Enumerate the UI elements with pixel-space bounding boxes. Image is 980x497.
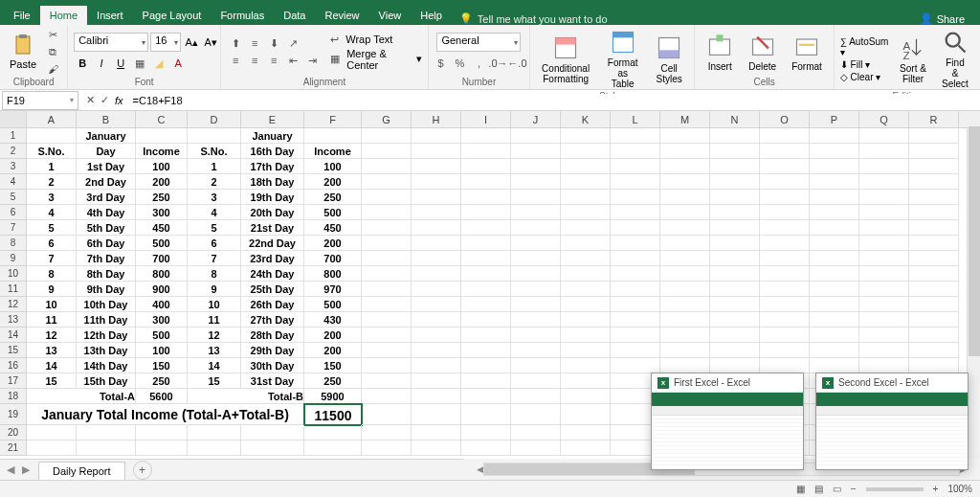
- cell[interactable]: [859, 205, 909, 220]
- row-header[interactable]: 17: [0, 373, 27, 389]
- cell[interactable]: 11: [27, 312, 77, 328]
- cell[interactable]: [810, 128, 859, 144]
- delete-cells-button[interactable]: Delete: [743, 31, 782, 74]
- cell[interactable]: [511, 389, 561, 404]
- cell[interactable]: [561, 373, 611, 389]
- cell[interactable]: [760, 144, 810, 159]
- cell[interactable]: [760, 159, 810, 174]
- cell[interactable]: [611, 282, 660, 297]
- row-header[interactable]: 4: [0, 174, 27, 190]
- cell[interactable]: 29th Day: [241, 343, 304, 358]
- cell[interactable]: 100: [136, 159, 188, 174]
- cell[interactable]: [710, 220, 760, 236]
- cell[interactable]: 250: [136, 190, 188, 205]
- cell[interactable]: [511, 373, 561, 389]
- cell[interactable]: [859, 343, 909, 358]
- col-header-K[interactable]: K: [561, 111, 611, 127]
- zoom-level[interactable]: 100%: [947, 484, 972, 494]
- row-header[interactable]: 1: [0, 128, 27, 144]
- cell[interactable]: [760, 220, 810, 236]
- cell[interactable]: [810, 282, 859, 297]
- cell[interactable]: [412, 251, 461, 266]
- cell[interactable]: [511, 266, 561, 282]
- cell[interactable]: [412, 144, 461, 159]
- view-layout-icon[interactable]: ▤: [814, 484, 823, 494]
- cell[interactable]: [461, 312, 511, 328]
- cell[interactable]: [461, 266, 511, 282]
- cell[interactable]: [362, 282, 412, 297]
- share-button[interactable]: 👤 Share: [920, 12, 965, 25]
- cell[interactable]: [611, 358, 660, 373]
- cell[interactable]: [461, 282, 511, 297]
- row-header[interactable]: 14: [0, 328, 27, 343]
- cell[interactable]: [710, 174, 760, 190]
- cell[interactable]: [77, 441, 136, 456]
- cell[interactable]: [859, 312, 909, 328]
- cell[interactable]: 450: [136, 220, 188, 236]
- cell[interactable]: [362, 441, 412, 456]
- cell[interactable]: [611, 144, 660, 159]
- cell[interactable]: [304, 425, 362, 441]
- sheet-nav-prev[interactable]: ◀: [4, 463, 17, 477]
- cell[interactable]: [611, 251, 660, 266]
- view-break-icon[interactable]: ▭: [833, 484, 841, 494]
- col-header-J[interactable]: J: [511, 111, 561, 127]
- cell[interactable]: 7th Day: [77, 251, 136, 266]
- cell[interactable]: 11: [188, 312, 241, 328]
- cell[interactable]: 7: [188, 251, 241, 266]
- cell[interactable]: 10th Day: [77, 297, 136, 312]
- cell[interactable]: [660, 190, 710, 205]
- col-header-I[interactable]: I: [461, 111, 511, 127]
- cell[interactable]: [909, 358, 959, 373]
- row-header[interactable]: 19: [0, 404, 27, 425]
- tab-file[interactable]: File: [4, 6, 40, 25]
- cell[interactable]: [362, 220, 412, 236]
- cell[interactable]: 200: [304, 236, 362, 251]
- cell[interactable]: 700: [304, 251, 362, 266]
- cell[interactable]: 4: [188, 205, 241, 220]
- format-cells-button[interactable]: Format: [786, 31, 828, 74]
- cell[interactable]: [760, 312, 810, 328]
- number-format-select[interactable]: General▾: [436, 33, 521, 52]
- currency-button[interactable]: $: [432, 56, 449, 71]
- fx-icon[interactable]: fx: [115, 95, 123, 106]
- cell[interactable]: [611, 159, 660, 174]
- cell[interactable]: [511, 251, 561, 266]
- cell[interactable]: 700: [136, 251, 188, 266]
- cell[interactable]: [859, 220, 909, 236]
- cell[interactable]: [27, 128, 77, 144]
- cell[interactable]: [561, 282, 611, 297]
- cell[interactable]: [710, 266, 760, 282]
- clear-button[interactable]: ◇ Clear ▾: [840, 72, 890, 82]
- cell[interactable]: 12th Day: [77, 328, 136, 343]
- cell[interactable]: [810, 312, 859, 328]
- cell[interactable]: 9: [27, 282, 77, 297]
- zoom-slider[interactable]: [866, 487, 924, 491]
- align-center-button[interactable]: ≡: [246, 53, 263, 68]
- cell[interactable]: [611, 220, 660, 236]
- cell[interactable]: [710, 297, 760, 312]
- cell[interactable]: [561, 190, 611, 205]
- cell[interactable]: 6: [27, 236, 77, 251]
- cell[interactable]: 24th Day: [241, 266, 304, 282]
- cell[interactable]: [304, 128, 362, 144]
- font-size-select[interactable]: 16▾: [150, 33, 181, 52]
- cell[interactable]: [909, 174, 959, 190]
- window-preview-1[interactable]: xFirst Excel - Excel: [651, 373, 804, 470]
- format-as-table-button[interactable]: Format as Table: [599, 27, 646, 91]
- cell[interactable]: 25th Day: [241, 282, 304, 297]
- cell[interactable]: January: [77, 128, 136, 144]
- cell[interactable]: [561, 441, 611, 456]
- cell[interactable]: [362, 343, 412, 358]
- cell[interactable]: 800: [304, 266, 362, 282]
- cell[interactable]: [810, 190, 859, 205]
- tab-home[interactable]: Home: [40, 6, 87, 25]
- cell[interactable]: [909, 205, 959, 220]
- cell[interactable]: [760, 358, 810, 373]
- row-header[interactable]: 9: [0, 251, 27, 266]
- cell[interactable]: [412, 266, 461, 282]
- cell[interactable]: [660, 220, 710, 236]
- zoom-out-button[interactable]: −: [851, 484, 857, 494]
- cell[interactable]: 200: [136, 174, 188, 190]
- cell[interactable]: [511, 236, 561, 251]
